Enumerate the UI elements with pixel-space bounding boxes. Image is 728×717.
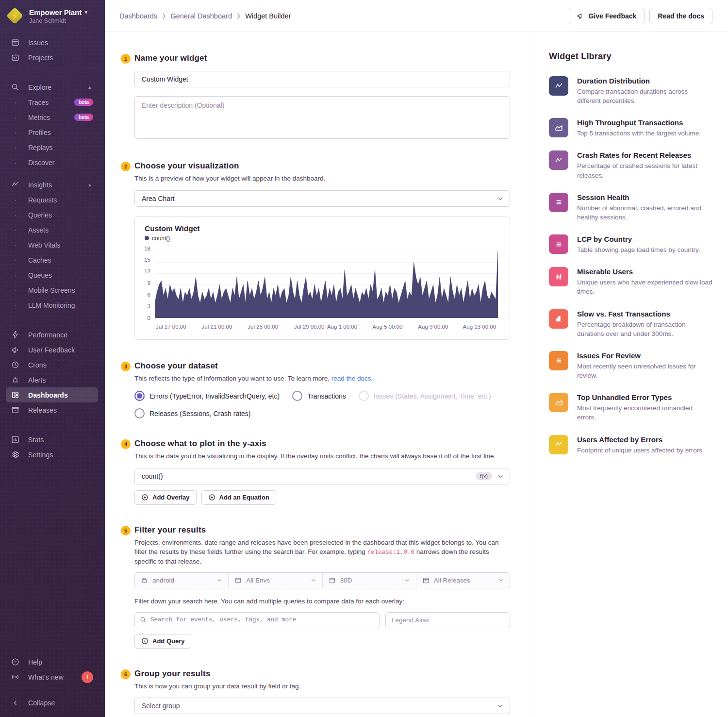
add-equation-button[interactable]: Add an Equation	[201, 490, 276, 505]
step5-title: Filter your results	[134, 525, 510, 535]
sidebar-item-assets[interactable]: ·Assets	[0, 222, 105, 237]
step3-description: This reflects the type of information yo…	[134, 374, 510, 384]
sidebar-item-dashboards[interactable]: Dashboards	[6, 387, 98, 402]
add-overlay-button[interactable]: Add Overlay	[134, 490, 197, 505]
sidebar-collapse-button[interactable]: Collapse	[0, 695, 105, 710]
library-item-description: Footprint of unique users affected by er…	[577, 446, 704, 455]
sidebar-item-metrics[interactable]: ·Metrics beta	[0, 110, 105, 125]
sidebar-item-user-feedback[interactable]: User Feedback	[0, 342, 105, 357]
sidebar-item-stats[interactable]: Stats	[0, 432, 105, 447]
dataset-radio-transactions[interactable]: Transactions	[292, 391, 346, 401]
breadcrumb-general-dashboard[interactable]: General Dashboard	[170, 12, 232, 20]
widget-library-item[interactable]: Issues For ReviewMost recently seen unre…	[549, 351, 712, 380]
widget-library-item[interactable]: Duration DistributionCompare transaction…	[549, 76, 712, 105]
sidebar-section-explore[interactable]: Explore ▲	[0, 80, 105, 95]
widget-library-item[interactable]: High Throughput TransactionsTop 5 transa…	[549, 118, 712, 138]
hash-icon	[549, 267, 568, 286]
widget-library-item[interactable]: LCP by CountryTable showing page load ti…	[549, 234, 712, 254]
widget-library-item[interactable]: Session HealthNumber of abnormal, crashe…	[549, 193, 712, 222]
topbar: Dashboards ❯ General Dashboard ❯ Widget …	[105, 0, 728, 32]
project-filter[interactable]: android	[135, 573, 229, 588]
step-filter-results: 5 Filter your results Projects, environm…	[134, 525, 510, 649]
sidebar-item-web-vitals[interactable]: ·Web Vitals	[0, 237, 105, 252]
event-search-box	[134, 612, 380, 628]
sidebar-item-caches[interactable]: ·Caches	[0, 252, 105, 267]
library-item-title: Slow vs. Fast Transactions	[577, 310, 712, 318]
library-item-title: Crash Rates for Recent Releases	[577, 151, 712, 159]
give-feedback-button[interactable]: Give Feedback	[569, 8, 645, 24]
library-item-title: LCP by Country	[577, 235, 700, 243]
rows-icon	[549, 351, 568, 370]
sidebar-item-profiles[interactable]: ·Profiles	[0, 125, 105, 140]
step4-title: Choose what to plot in the y-axis	[134, 439, 510, 449]
sidebar-item-mobile-screens[interactable]: ·Mobile Screens	[0, 283, 105, 298]
dataset-radio-releases[interactable]: Releases (Sessions, Crash rates)	[134, 408, 251, 418]
dataset-radio-errors[interactable]: Errors (TypeError, InvalidSearchQuery, e…	[134, 391, 280, 401]
svg-text:?: ?	[14, 660, 17, 664]
page-filter-bar: android All Envs 30D	[134, 572, 510, 588]
step4-description: This is the data you'd be visualizing in…	[134, 451, 502, 461]
sidebar-item-performance[interactable]: Performance	[0, 327, 105, 342]
radio-icon	[134, 408, 145, 418]
sidebar-item-crons[interactable]: Crons	[0, 357, 105, 372]
plus-circle-icon	[141, 494, 149, 501]
widget-library-item[interactable]: Crash Rates for Recent ReleasesPercentag…	[549, 150, 712, 180]
sidebar-item-whats-new[interactable]: What's new 1	[0, 669, 105, 684]
android-icon	[141, 577, 148, 584]
sidebar-item-queues[interactable]: ·Queues	[0, 267, 105, 283]
widget-description-textarea[interactable]	[134, 96, 510, 139]
visualization-select[interactable]: Area Chart	[134, 190, 510, 207]
chart-legend[interactable]: count()	[145, 235, 499, 242]
lightning-icon	[11, 330, 20, 339]
breadcrumb-dashboards[interactable]: Dashboards	[119, 12, 157, 20]
bars-icon	[549, 309, 568, 329]
sidebar-item-issues[interactable]: Issues	[0, 35, 105, 50]
release-filter[interactable]: All Releases	[416, 573, 510, 588]
sidebar-item-traces[interactable]: ·Traces beta	[0, 95, 105, 110]
library-item-title: Miserable Users	[577, 267, 712, 276]
widget-library-item[interactable]: Top Unhandled Error TypesMost frequently…	[549, 393, 712, 422]
sidebar-item-queries[interactable]: ·Queries	[0, 207, 105, 222]
library-item-title: Duration Distribution	[577, 77, 712, 85]
chevron-down-icon	[497, 473, 504, 480]
sidebar-item-llm-monitoring[interactable]: ·LLM Monitoring	[0, 298, 105, 313]
event-search-input[interactable]	[150, 617, 374, 623]
sidebar-item-settings[interactable]: Settings	[0, 447, 105, 462]
chevron-down-icon	[404, 577, 410, 583]
widget-library-item[interactable]: Slow vs. Fast TransactionsPercentage bre…	[549, 309, 712, 338]
issues-icon	[11, 38, 20, 47]
sidebar-item-alerts[interactable]: Alerts	[0, 372, 105, 387]
broadcast-icon	[11, 672, 20, 682]
yaxis-function-select[interactable]: count() f(x)	[134, 468, 510, 484]
chart-title: Custom Widget	[145, 224, 499, 233]
help-icon: ?	[11, 657, 20, 667]
read-the-docs-button[interactable]: Read the docs	[649, 8, 712, 24]
search-icon	[140, 617, 147, 623]
group-select[interactable]: Select group	[134, 698, 510, 714]
org-switcher[interactable]: ⚡ Empower Plant ▼ Jane Schmidt	[0, 0, 105, 24]
sidebar-item-discover[interactable]: ·Discover	[0, 155, 105, 170]
step-number-badge: 1	[121, 54, 131, 64]
read-the-docs-link[interactable]: read the docs	[331, 375, 371, 382]
sidebar-item-projects[interactable]: Projects	[0, 50, 105, 65]
widget-library-item[interactable]: Miserable UsersUnique users who have exp…	[549, 267, 712, 296]
date-range-filter[interactable]: 30D	[323, 573, 416, 588]
step-group-results: 6 Group your results This is how you can…	[134, 669, 510, 717]
chevron-up-icon: ▲	[87, 84, 92, 90]
step2-description: This is a preview of how your widget wil…	[134, 174, 510, 183]
sidebar-item-help[interactable]: ? Help	[0, 654, 105, 669]
sidebar-item-requests[interactable]: ·Requests	[0, 192, 105, 207]
library-item-description: Table showing page load times by country…	[577, 245, 700, 254]
legend-alias-input[interactable]	[385, 612, 510, 628]
environment-filter[interactable]: All Envs	[229, 573, 322, 588]
step6-title: Group your results	[134, 669, 510, 679]
beta-badge: beta	[74, 114, 93, 121]
sidebar-section-insights[interactable]: Insights ▲	[0, 177, 105, 192]
library-item-title: Users Affected by Errors	[577, 435, 704, 444]
sidebar-item-replays[interactable]: ·Replays	[0, 140, 105, 155]
sidebar-item-releases[interactable]: Releases	[0, 402, 105, 417]
add-query-button[interactable]: Add Query	[134, 634, 191, 649]
step-name-widget: 1 Name your widget	[134, 53, 510, 141]
widget-name-input[interactable]	[134, 71, 510, 87]
widget-library-item[interactable]: Users Affected by ErrorsFootprint of uni…	[549, 435, 712, 455]
